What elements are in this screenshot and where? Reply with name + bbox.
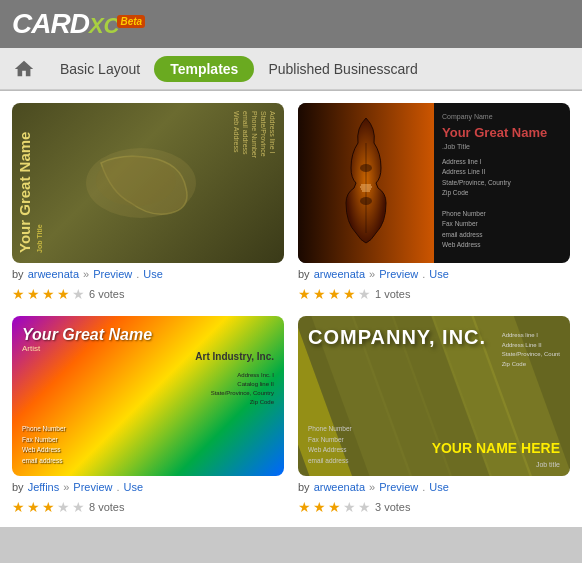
card-4-name: YOUR NAME HERE <box>432 440 560 456</box>
star-3: ★ <box>42 286 55 302</box>
card-preview-2[interactable]: Company Name Your Great Name .Job Title … <box>298 103 570 263</box>
card-1-center <box>51 103 231 263</box>
card-1-author[interactable]: arweenata <box>28 268 79 280</box>
card-2-details: Address line I Address Line II State/Pro… <box>442 157 562 251</box>
card-item-3: Your Great Name Artist Art Industry, Inc… <box>12 316 284 515</box>
home-button[interactable] <box>10 55 38 83</box>
card-3-preview-link[interactable]: Preview <box>73 481 112 493</box>
star-3: ★ <box>328 286 341 302</box>
card-item-2: Company Name Your Great Name .Job Title … <box>298 103 570 302</box>
card-4-preview-link[interactable]: Preview <box>379 481 418 493</box>
star-1: ★ <box>298 286 311 302</box>
nav-templates[interactable]: Templates <box>154 56 254 82</box>
star-2: ★ <box>313 499 326 515</box>
card-2-author[interactable]: arweenata <box>314 268 365 280</box>
card-meta-1: by arweenata » Preview . Use <box>12 268 284 280</box>
nav-published[interactable]: Published Businesscard <box>254 55 431 83</box>
card-4-author[interactable]: arweenata <box>314 481 365 493</box>
star-1: ★ <box>12 499 25 515</box>
star-2: ★ <box>313 286 326 302</box>
card-3-stars: ★ ★ ★ ★ ★ 8 votes <box>12 499 284 515</box>
card-meta-2: by arweenata » Preview . Use <box>298 268 570 280</box>
card-2-votes: 1 votes <box>375 288 410 300</box>
svg-point-1 <box>96 156 176 206</box>
svg-point-3 <box>360 164 372 172</box>
card-3-name: Your Great Name <box>22 326 274 344</box>
card-1-use-link[interactable]: Use <box>143 268 163 280</box>
card-item-4: COMPANNY, INC. Address line I Address Li… <box>298 316 570 515</box>
card-1-votes: 6 votes <box>89 288 124 300</box>
card-item-1: Your Great Name Job Title Address line I <box>12 103 284 302</box>
card-1-preview-link[interactable]: Preview <box>93 268 132 280</box>
svg-point-4 <box>360 197 372 205</box>
violin-image <box>298 103 434 263</box>
logo-xc-text: XCBeta <box>89 13 145 39</box>
star-2: ★ <box>27 499 40 515</box>
main-content: Your Great Name Job Title Address line I <box>0 90 582 527</box>
logo: CARD XCBeta <box>12 8 145 40</box>
saxophone-icon <box>81 133 201 233</box>
card-4-inner: COMPANNY, INC. Address line I Address Li… <box>298 316 570 476</box>
star-3: ★ <box>42 499 55 515</box>
card-1-left-text: Your Great Name Job Title <box>12 103 51 263</box>
header: CARD XCBeta <box>0 0 582 48</box>
card-1-stars: ★ ★ ★ ★ ★ 6 votes <box>12 286 284 302</box>
star-4: ★ <box>57 286 70 302</box>
card-4-votes: 3 votes <box>375 501 410 513</box>
star-2: ★ <box>27 286 40 302</box>
card-3-use-link[interactable]: Use <box>124 481 144 493</box>
star-5: ★ <box>358 286 371 302</box>
card-3-company: Art Industry, Inc. <box>195 351 274 362</box>
star-4: ★ <box>343 499 356 515</box>
card-2-preview-link[interactable]: Preview <box>379 268 418 280</box>
star-3: ★ <box>328 499 341 515</box>
star-1: ★ <box>12 286 25 302</box>
star-1: ★ <box>298 499 311 515</box>
logo-card-text: CARD <box>12 8 89 40</box>
card-2-use-link[interactable]: Use <box>429 268 449 280</box>
card-3-inner: Your Great Name Artist Art Industry, Inc… <box>12 316 284 476</box>
card-3-details: Address Inc. I Catalog line II State/Pro… <box>211 371 274 407</box>
card-3-author[interactable]: Jeffins <box>28 481 60 493</box>
star-4: ★ <box>343 286 356 302</box>
card-meta-3: by Jeffins » Preview . Use <box>12 481 284 493</box>
card-3-votes: 8 votes <box>89 501 124 513</box>
logo-beta-badge: Beta <box>117 15 145 28</box>
card-2-name: Your Great Name <box>442 125 562 140</box>
card-2-stars: ★ ★ ★ ★ ★ 1 votes <box>298 286 570 302</box>
card-4-right: Address line I Address Line II State/Pro… <box>502 331 560 369</box>
card-1-right-text: Address line I State/Province Phone Numb… <box>231 103 284 263</box>
card-meta-4: by arweenata » Preview . Use <box>298 481 570 493</box>
star-5: ★ <box>358 499 371 515</box>
star-5: ★ <box>72 499 85 515</box>
violin-icon <box>336 113 396 253</box>
card-2-company: Company Name <box>442 113 562 120</box>
card-2-info: Company Name Your Great Name .Job Title … <box>434 103 570 263</box>
card-2-title: .Job Title <box>442 143 562 150</box>
nav-bar: Basic Layout Templates Published Busines… <box>0 48 582 90</box>
nav-basic-layout[interactable]: Basic Layout <box>46 55 154 83</box>
card-4-use-link[interactable]: Use <box>429 481 449 493</box>
card-3-contact: Phone Number Fax Number Web Address emai… <box>22 424 66 466</box>
card-grid: Your Great Name Job Title Address line I <box>12 103 570 515</box>
card-preview-3[interactable]: Your Great Name Artist Art Industry, Inc… <box>12 316 284 476</box>
star-4: ★ <box>57 499 70 515</box>
card-4-contact: Phone Number Fax Number Web Address emai… <box>308 424 352 466</box>
card-4-jobtitle: Job title <box>536 461 560 468</box>
star-5: ★ <box>72 286 85 302</box>
card-preview-1[interactable]: Your Great Name Job Title Address line I <box>12 103 284 263</box>
card-4-stars: ★ ★ ★ ★ ★ 3 votes <box>298 499 570 515</box>
card-preview-4[interactable]: COMPANNY, INC. Address line I Address Li… <box>298 316 570 476</box>
